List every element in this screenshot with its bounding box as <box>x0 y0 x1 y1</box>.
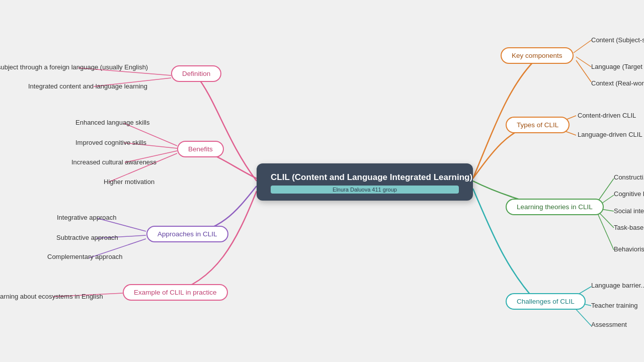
svg-line-10 <box>574 40 591 53</box>
central-node: CLIL (Content and Language Integrated Le… <box>257 163 473 201</box>
theory-3: Social inte... <box>614 207 644 215</box>
learning-theories-node[interactable]: Learning theories in CLIL <box>506 199 604 215</box>
types-label: Types of CLIL <box>517 121 558 129</box>
approach-3: Complementary approach <box>47 253 123 260</box>
challenges-label: Challenges of CLIL <box>517 298 575 305</box>
theory-2: Cognitive D... <box>614 190 644 198</box>
benefits-node[interactable]: Benefits <box>177 141 224 157</box>
definition-node[interactable]: Definition <box>171 65 221 82</box>
central-subtitle: Elnura Daluova 411 group <box>271 186 459 194</box>
challenge-1: Language barrier... <box>591 282 644 289</box>
example-label: Example of CLIL in practice <box>134 289 217 296</box>
type-2: Language-driven CLIL <box>578 131 642 138</box>
challenge-3: Assessment <box>591 321 627 328</box>
theory-1: Constructi... <box>614 173 644 181</box>
example-node[interactable]: Example of CLIL in practice <box>123 284 228 301</box>
approaches-label: Approaches in CLIL <box>157 230 217 238</box>
definition-item-1: subject through a foreign language (usua… <box>0 63 148 71</box>
svg-line-19 <box>598 214 614 250</box>
learning-theories-label: Learning theories in CLIL <box>517 203 593 211</box>
key-component-3: Context (Real-wor... <box>591 79 644 87</box>
approach-1: Integrative approach <box>57 214 117 221</box>
central-title: CLIL (Content and Language Integrated Le… <box>271 172 472 182</box>
benefit-1: Enhanced language skills <box>75 119 149 126</box>
example-item-1: learning about ecosystems in English <box>0 293 103 300</box>
benefit-4: Higher motivation <box>104 178 154 186</box>
svg-line-11 <box>576 57 591 67</box>
benefit-2: Improved cognitive skills <box>75 139 146 146</box>
definition-item-2: Integrated content and language learning <box>28 82 147 90</box>
challenges-node[interactable]: Challenges of CLIL <box>506 293 586 310</box>
approach-2: Subtractive approach <box>56 234 118 241</box>
key-components-node[interactable]: Key components <box>501 47 574 64</box>
challenge-2: Teacher training <box>591 302 638 309</box>
key-components-label: Key components <box>512 52 562 59</box>
benefits-label: Benefits <box>188 145 213 153</box>
key-component-2: Language (Target L... <box>591 63 644 70</box>
approaches-node[interactable]: Approaches in CLIL <box>146 226 228 242</box>
key-component-1: Content (Subject-s... <box>591 36 644 44</box>
benefit-3: Increased cultural awareness <box>71 158 156 166</box>
type-1: Content-driven CLIL <box>578 112 636 119</box>
theory-5: Behavioris... <box>614 245 644 253</box>
theory-4: Task-base... <box>614 224 644 231</box>
definition-label: Definition <box>182 70 210 77</box>
svg-line-12 <box>576 60 591 82</box>
types-node[interactable]: Types of CLIL <box>506 117 570 133</box>
